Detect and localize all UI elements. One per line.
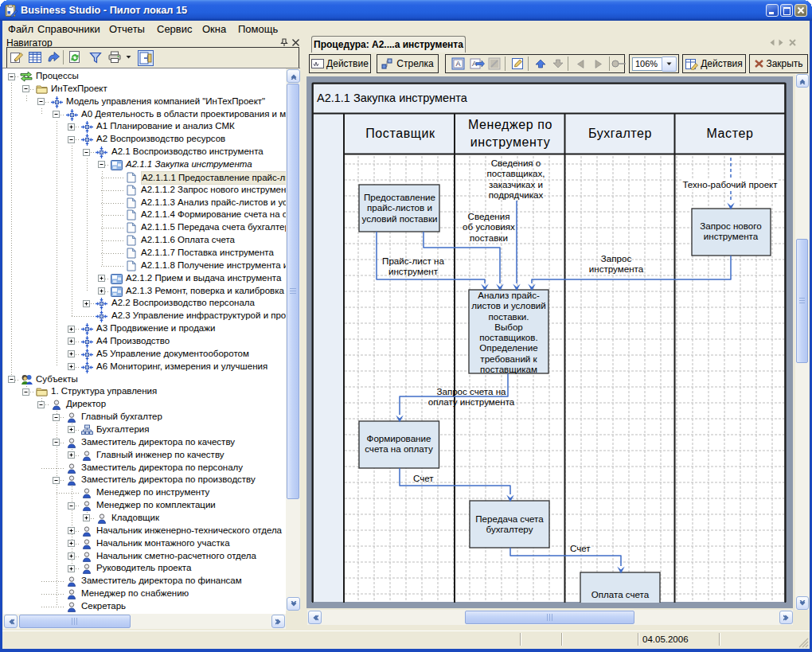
svg-text:A: A: [455, 60, 460, 68]
